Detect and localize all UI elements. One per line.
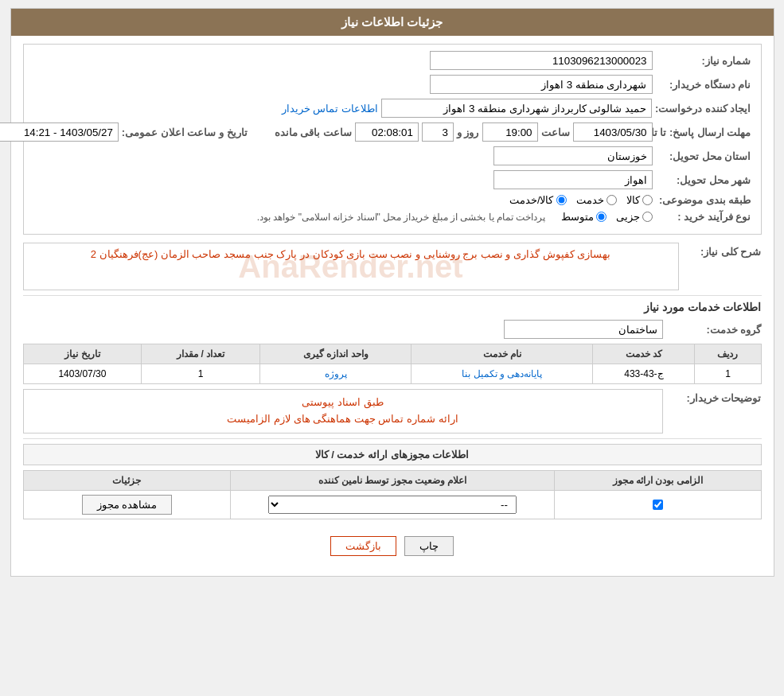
creator-contact-link[interactable]: اطلاعات تماس خریدار	[282, 103, 378, 115]
service-group-input[interactable]	[504, 320, 663, 339]
service-col-header-2: نام خدمت	[412, 344, 593, 364]
need-number-input[interactable]	[430, 51, 653, 70]
category-radio-kala[interactable]	[642, 195, 653, 205]
buyer-notes-box: طبق اسناد پیوستی ارائه شماره تماس جهت هم…	[23, 389, 663, 434]
service-group-row: گروه خدمت:	[23, 320, 762, 339]
category-khedmat-label: خدمت	[576, 194, 604, 206]
description-label: شرح کلی نیاز:	[682, 243, 762, 258]
back-button[interactable]: بازگشت	[330, 536, 396, 556]
creator-label: ایجاد کننده درخواست:	[655, 103, 751, 115]
deadline-row: مهلت ارسال پاسخ: تا تاریخ: ساعت روز و سا…	[33, 122, 751, 142]
table-row: -- مشاهده مجوز	[23, 490, 761, 519]
description-text: بهسازی کفپوش گذاری و نصب برج روشنایی و ن…	[29, 248, 673, 260]
permit-required-checkbox[interactable]	[653, 500, 663, 510]
purchase-type-radio-jozi[interactable]	[642, 212, 653, 222]
cell-unit[interactable]: پروژه	[260, 364, 412, 384]
permits-table: الزامی بودن ارائه مجوزاعلام وضعیت مجوز ت…	[23, 470, 762, 519]
category-radio-kala-khedmat[interactable]	[556, 195, 567, 205]
deadline-date-input[interactable]	[573, 122, 653, 142]
category-radio-khedmat[interactable]	[607, 195, 617, 205]
main-form-section: شماره نیاز: نام دستگاه خریدار: ایجاد کنن…	[23, 44, 762, 235]
announce-input[interactable]	[0, 122, 119, 142]
purchasing-unit-input[interactable]	[430, 75, 653, 94]
permits-section-title: اطلاعات مجوزهای ارائه خدمت / کالا	[23, 444, 762, 465]
buyer-notes-row: توضیحات خریدار: طبق اسناد پیوستی ارائه ش…	[23, 389, 762, 434]
services-table: ردیفکد خدمتنام خدمتواحد اندازه گیریتعداد…	[23, 344, 762, 384]
cell-service-code: ج-43-433	[593, 364, 695, 384]
category-option-khedmat[interactable]: خدمت	[576, 194, 617, 206]
buyer-notes-line2: ارائه شماره تماس جهت هماهنگی های لازم ال…	[32, 411, 654, 428]
permit-col-header-1: اعلام وضعیت مجوز توسط نامین کننده	[231, 470, 555, 490]
service-col-header-3: واحد اندازه گیری	[260, 344, 412, 364]
purchase-type-motevaset[interactable]: متوسط	[561, 211, 607, 223]
category-row: طبقه بندی موضوعی: کالا خدمت کالا/خدمت	[33, 194, 751, 206]
category-option-kala[interactable]: کالا	[626, 194, 653, 206]
deadline-time-input[interactable]	[482, 122, 538, 142]
permit-status-select[interactable]: --	[268, 496, 517, 514]
purchase-type-label: نوع فرآیند خرید :	[656, 211, 751, 223]
permit-col-header-2: جزئیات	[23, 470, 231, 490]
purchasing-unit-label: نام دستگاه خریدار:	[656, 79, 751, 91]
purchase-type-jozi[interactable]: جزیی	[616, 211, 653, 223]
city-row: شهر محل تحویل:	[33, 170, 751, 189]
service-info-title: اطلاعات خدمات مورد نیاز	[23, 301, 762, 313]
cell-rownum: 1	[695, 364, 761, 384]
service-group-label: گروه خدمت:	[666, 324, 762, 336]
permit-status-cell: --	[231, 490, 555, 519]
city-label: شهر محل تحویل:	[656, 174, 751, 186]
cell-service-name[interactable]: پایانه‌دهی و تکمیل بنا	[412, 364, 593, 384]
deadline-remaining-label: ساعت باقی مانده	[275, 126, 352, 138]
category-radio-group: کالا خدمت کالا/خدمت	[509, 194, 653, 206]
print-button[interactable]: چاپ	[404, 536, 454, 556]
page-title: جزئیات اطلاعات نیاز	[11, 9, 774, 36]
purchase-type-radio-group: جزیی متوسط	[561, 211, 653, 223]
description-area: AnaRender.net بهسازی کفپوش گذاری و نصب ب…	[23, 243, 679, 290]
cell-date: 1403/07/30	[23, 364, 142, 384]
category-kala-khedmat-label: کالا/خدمت	[509, 194, 554, 206]
cell-quantity: 1	[142, 364, 260, 384]
buyer-notes-line1: طبق اسناد پیوستی	[32, 395, 654, 411]
description-row: شرح کلی نیاز: AnaRender.net بهسازی کفپوش…	[23, 243, 762, 290]
buyer-notes-label: توضیحات خریدار:	[666, 389, 762, 404]
service-col-header-4: تعداد / مقدار	[142, 344, 260, 364]
creator-row: ایجاد کننده درخواست: اطلاعات تماس خریدار	[33, 99, 751, 118]
province-label: استان محل تحویل:	[656, 150, 751, 162]
city-input[interactable]	[493, 170, 653, 189]
province-row: استان محل تحویل:	[33, 146, 751, 165]
permit-details-cell: مشاهده مجوز	[23, 490, 231, 519]
table-row: 1 ج-43-433 پایانه‌دهی و تکمیل بنا پروژه …	[23, 364, 761, 384]
purchase-type-radio-motevaset[interactable]	[596, 212, 607, 222]
deadline-remaining-input[interactable]	[355, 122, 419, 142]
deadline-day-input[interactable]	[422, 122, 454, 142]
purchase-type-jozi-label: جزیی	[616, 211, 640, 223]
permit-col-header-0: الزامی بودن ارائه مجوز	[554, 470, 761, 490]
service-col-header-1: کد خدمت	[593, 344, 695, 364]
button-row: چاپ بازگشت	[23, 524, 762, 568]
creator-input[interactable]	[381, 99, 652, 118]
page-container: جزئیات اطلاعات نیاز شماره نیاز: نام دستگ…	[10, 8, 774, 577]
need-number-row: شماره نیاز:	[33, 51, 751, 70]
category-label: طبقه بندی موضوعی:	[656, 194, 751, 206]
permit-required-cell	[554, 490, 761, 519]
service-col-header-0: ردیف	[695, 344, 761, 364]
category-option-kala-khedmat[interactable]: کالا/خدمت	[509, 194, 567, 206]
purchase-type-motevaset-label: متوسط	[561, 211, 594, 223]
purchase-type-note: پرداخت تمام یا بخشی از مبلغ خریداز محل "…	[257, 212, 546, 223]
announce-label: تاریخ و ساعت اعلان عمومی:	[122, 126, 248, 138]
service-col-header-5: تاریخ نیاز	[23, 344, 142, 364]
deadline-day-label: روز و	[457, 126, 479, 138]
deadline-time-label: ساعت	[541, 126, 570, 138]
deadline-label: مهلت ارسال پاسخ: تا تاریخ:	[656, 126, 751, 138]
province-input[interactable]	[493, 146, 653, 165]
category-kala-label: کالا	[626, 194, 640, 206]
permit-view-button[interactable]: مشاهده مجوز	[82, 495, 173, 515]
purchasing-unit-row: نام دستگاه خریدار:	[33, 75, 751, 94]
purchase-type-row: نوع فرآیند خرید : جزیی متوسط پرداخت تمام…	[33, 211, 751, 223]
need-number-label: شماره نیاز:	[656, 55, 751, 67]
